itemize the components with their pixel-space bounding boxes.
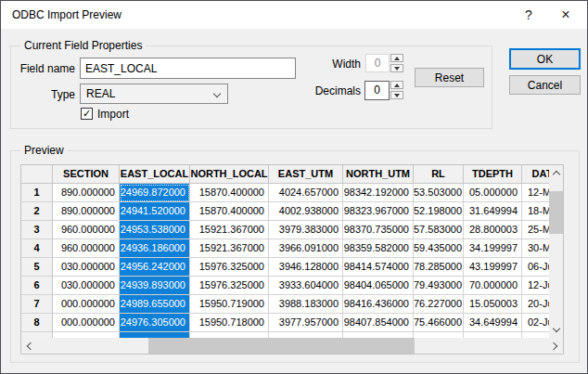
row-number-header [21,165,53,184]
decimals-spinner[interactable] [390,81,403,101]
vertical-scrollbar[interactable] [549,165,563,338]
chevron-right-icon [550,342,557,349]
column-header-rl[interactable]: RL [414,165,464,184]
window-title: ODBC Import Preview [12,1,121,29]
table-cell[interactable]: 98404.065000 [343,277,414,295]
column-header-east_local[interactable]: EAST_LOCAL [120,165,190,184]
horizontal-scrollbar[interactable] [21,338,563,354]
width-label: Width [314,58,361,71]
table-cell[interactable]: 4024.657000 [269,184,343,202]
table-cell[interactable]: 15921.367000 [190,221,269,239]
table-cell[interactable]: 24953.538000 [120,221,190,239]
table-cell[interactable]: 28.800003 [464,221,522,239]
table-cell[interactable]: 53.503000 [414,184,464,202]
table-cell[interactable]: 24941.520000 [120,202,190,221]
table-cell[interactable]: 75.466000 [414,314,464,332]
help-button[interactable]: ? [509,1,548,29]
cancel-button[interactable]: Cancel [509,75,581,95]
type-value: REAL [86,84,115,103]
table-cell[interactable]: 98323.967000 [343,202,414,221]
spin-down-icon[interactable] [390,91,403,99]
vertical-scroll-thumb[interactable] [549,191,563,234]
table-cell[interactable]: 79.493000 [414,277,464,295]
table-cell[interactable]: 57.583000 [414,221,464,239]
row-number: 2 [21,202,53,221]
table-cell[interactable]: 15.050003 [464,295,522,314]
table-cell[interactable]: 960.000000 [53,221,120,239]
column-header-north_utm[interactable]: NORTH_UTM [343,165,414,184]
table-cell[interactable]: 98414.574000 [343,258,414,277]
table-cell[interactable]: 15950.718000 [190,314,269,332]
field-name-input[interactable] [80,58,296,79]
table-cell[interactable]: 3946.128000 [269,258,343,277]
help-icon: ? [525,7,532,22]
type-dropdown[interactable]: REAL [80,84,228,104]
field-name-label: Field name [19,62,75,75]
spin-down-icon [390,64,403,72]
close-button[interactable]: × [546,1,585,29]
table-cell[interactable]: 05.000000 [464,184,522,202]
scroll-right-button[interactable] [547,338,563,354]
table-cell[interactable]: 98416.436000 [343,295,414,314]
import-checkbox[interactable]: ✓ [81,108,93,120]
table-cell[interactable]: 890.000000 [53,184,120,202]
table-cell[interactable]: 98359.582000 [343,239,414,258]
table-cell[interactable]: 59.435000 [414,239,464,258]
table-cell[interactable]: 24989.655000 [120,295,190,314]
table-cell[interactable]: 98407.854000 [343,314,414,332]
table-cell[interactable]: 43.199997 [464,258,522,277]
reset-button[interactable]: Reset [415,68,484,87]
table-cell[interactable]: 15976.325000 [190,258,269,277]
table-cell[interactable]: 78.285000 [414,258,464,277]
preview-label: Preview [20,144,68,157]
table-cell[interactable]: 15921.367000 [190,239,269,258]
table-cell[interactable]: 15950.719000 [190,295,269,314]
table-cell[interactable]: 890.000000 [53,202,120,221]
column-header-tdepth[interactable]: TDEPTH [464,165,522,184]
table-cell[interactable]: 31.649994 [464,202,522,221]
table-cell[interactable]: 70.000000 [464,277,522,295]
table-cell[interactable]: 3988.183000 [269,295,343,314]
table-cell[interactable]: 24969.872000 [120,184,190,202]
decimals-input[interactable]: 0 [364,81,390,100]
table-cell[interactable]: 030.000000 [53,277,120,295]
table-cell[interactable]: 34.649994 [464,314,522,332]
table-cell[interactable]: 76.227000 [414,295,464,314]
table-cell[interactable]: 15870.400000 [190,202,269,221]
table-cell[interactable]: 98342.192000 [343,184,414,202]
table-cell[interactable]: 98370.735000 [343,221,414,239]
horizontal-scroll-thumb[interactable] [148,338,415,354]
scroll-left-button[interactable] [21,338,37,354]
table-cell[interactable]: 34.199997 [464,239,522,258]
table-cell[interactable]: 24976.305000 [120,314,190,332]
table-cell[interactable]: 3966.091000 [269,239,343,258]
table-cell[interactable]: 4002.938000 [269,202,343,221]
table-cell[interactable]: 000.000000 [53,314,120,332]
table-cell[interactable]: 3977.957000 [269,314,343,332]
table-cell[interactable]: 24956.242000 [120,258,190,277]
column-header-north_local[interactable]: NORTH_LOCAL [190,165,269,184]
scroll-up-button[interactable] [549,165,563,181]
group-label: Current Field Properties [20,39,146,52]
row-number: 6 [21,277,53,295]
table-cell[interactable]: 000.000000 [53,295,120,314]
ok-button[interactable]: OK [509,48,581,70]
spin-up-icon[interactable] [390,81,403,89]
table-cell[interactable]: 52.198000 [414,202,464,221]
table-cell[interactable]: 15976.325000 [190,277,269,295]
table-cell[interactable]: 960.000000 [53,239,120,258]
table-cell[interactable]: 24936.186000 [120,239,190,258]
column-header-section[interactable]: SECTION [53,165,120,184]
import-label: Import [97,108,129,121]
table-cell[interactable]: 3933.604000 [269,277,343,295]
table-cell[interactable]: 15870.400000 [190,184,269,202]
column-header-east_utm[interactable]: EAST_UTM [269,165,343,184]
table-cell[interactable]: 030.000000 [53,258,120,277]
scroll-down-button[interactable] [549,322,563,338]
row-number: 1 [21,184,53,202]
odbc-import-preview-dialog: ODBC Import Preview ? × Current Field Pr… [0,0,588,374]
table-cell[interactable]: 3979.383000 [269,221,343,239]
width-spinner [390,54,403,74]
row-number: 4 [21,239,53,258]
table-cell[interactable]: 24939.893000 [120,277,190,295]
